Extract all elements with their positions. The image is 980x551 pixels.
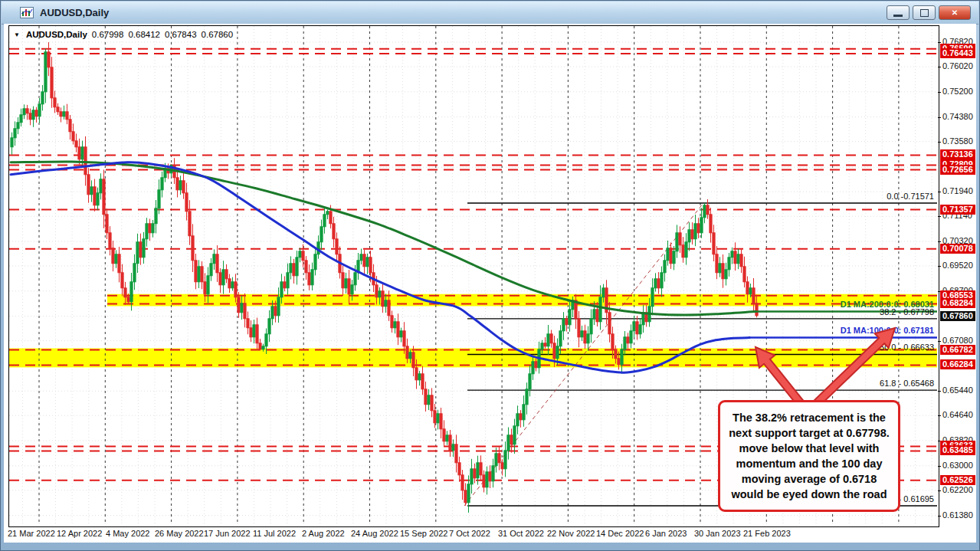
candles xyxy=(11,42,758,513)
annotation-text: The 38.2% retracement is the next suppor… xyxy=(727,410,891,502)
ma-line-1100 xyxy=(11,162,937,372)
ohlc-low: 0.67843 xyxy=(165,30,197,39)
minimize-button[interactable] xyxy=(887,5,910,20)
close-button[interactable]: ✕ xyxy=(939,5,971,20)
support-bands xyxy=(9,294,937,368)
restore-button[interactable] xyxy=(913,5,936,20)
ohlc-close: 0.67860 xyxy=(202,30,234,39)
ohlc-high: 0.68412 xyxy=(128,30,160,39)
ohlc-symbol: AUDUSD,Daily xyxy=(26,30,87,39)
window-title: AUDUSD,Daily xyxy=(40,7,109,18)
annotation-box[interactable]: The 38.2% retracement is the next suppor… xyxy=(718,400,900,512)
title-bar[interactable]: AUDUSD,Daily ✕ xyxy=(2,2,978,25)
ohlc-open: 0.67998 xyxy=(92,30,124,39)
restore-icon xyxy=(920,9,929,17)
chart-window: AUDUSD,Daily ✕ ▼ AUDUSD,Daily 0.67998 0.… xyxy=(0,0,980,551)
symbol-dropdown-icon[interactable]: ▼ xyxy=(14,31,20,38)
minimize-icon xyxy=(893,15,903,17)
price-axis-border xyxy=(939,25,939,527)
chart-window-icon xyxy=(20,7,34,18)
symbol-ohlc-header: ▼ AUDUSD,Daily 0.67998 0.68412 0.67843 0… xyxy=(14,30,233,39)
close-icon: ✕ xyxy=(952,8,958,17)
